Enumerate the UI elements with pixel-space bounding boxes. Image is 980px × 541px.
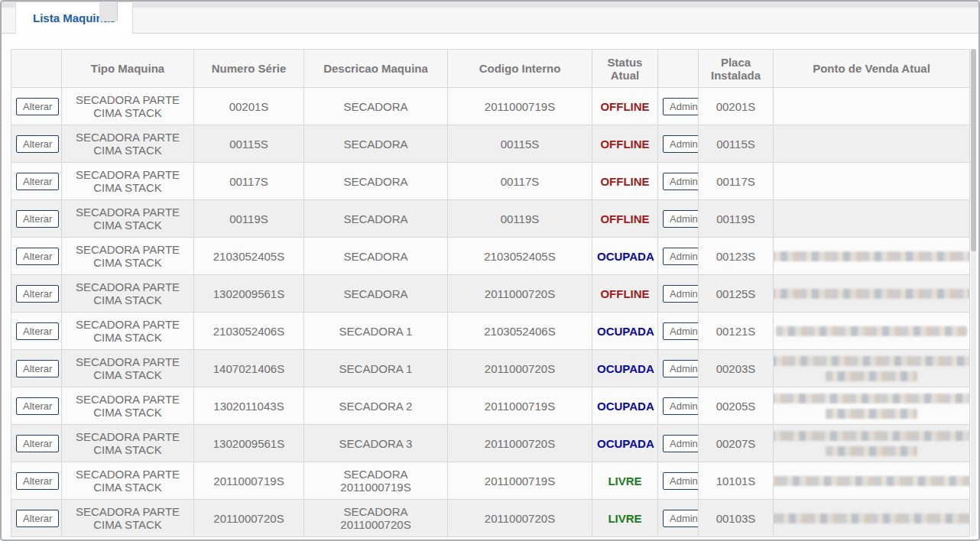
- cell-status-atual: OFFLINE: [592, 163, 658, 200]
- status-badge: OFFLINE: [600, 175, 649, 188]
- cell-codigo-interno: 00119S: [448, 200, 592, 238]
- table-row: AlterarSECADORA PARTE CIMA STACK00201SSE…: [11, 88, 970, 125]
- cell-numero-serie: 2011000720S: [194, 500, 304, 537]
- cell-numero-serie: 00201S: [194, 88, 304, 125]
- scrollbar-thumb[interactable]: [971, 49, 976, 251]
- redacted-text: [826, 446, 917, 456]
- alterar-button[interactable]: Alterar: [16, 173, 59, 190]
- admin-button[interactable]: Admin: [663, 210, 699, 228]
- machines-table: Tipo MaquinaNumero SérieDescricao Maquin…: [11, 49, 970, 537]
- cell-tipo-maquina: SECADORA PARTE CIMA STACK: [62, 387, 194, 425]
- cell-status-atual: LIVRE: [592, 500, 658, 537]
- alterar-button[interactable]: Alterar: [16, 472, 59, 490]
- cell-descricao-maquina: SECADORA 3: [304, 425, 448, 462]
- cell-tipo-maquina: SECADORA PARTE CIMA STACK: [62, 425, 194, 462]
- admin-button[interactable]: Admin: [663, 173, 699, 190]
- cell-tipo-maquina: SECADORA PARTE CIMA STACK: [62, 163, 194, 200]
- cell-placa-instalada: 00207S: [699, 425, 774, 462]
- cell-ponto-de-venda: [774, 350, 970, 387]
- cell-placa-instalada: 00123S: [699, 238, 774, 275]
- cell-descricao-maquina: SECADORA: [304, 88, 448, 125]
- admin-button[interactable]: Admin: [663, 360, 699, 377]
- cell-codigo-interno: 2011000720S: [448, 275, 592, 313]
- cell-ponto-de-venda: [774, 500, 970, 537]
- cell-placa-instalada: 00103S: [699, 500, 774, 537]
- cell-descricao-maquina: SECADORA: [304, 125, 448, 163]
- admin-button[interactable]: Admin: [663, 435, 699, 452]
- admin-button[interactable]: Admin: [663, 397, 699, 415]
- cell-numero-serie: 2011000719S: [194, 462, 304, 500]
- admin-button[interactable]: Admin: [663, 135, 699, 153]
- admin-button[interactable]: Admin: [663, 248, 699, 265]
- cell-ponto-de-venda: [774, 125, 970, 163]
- cell-placa-instalada: 00115S: [699, 125, 774, 163]
- redacted-text: [774, 431, 970, 441]
- alterar-button[interactable]: Alterar: [16, 510, 59, 527]
- status-badge: OCUPADA: [597, 362, 654, 375]
- cell-tipo-maquina: SECADORA PARTE CIMA STACK: [62, 275, 194, 313]
- table-row: AlterarSECADORA PARTE CIMA STACK20110007…: [11, 500, 970, 537]
- admin-button[interactable]: Admin: [663, 285, 699, 303]
- cell-numero-serie: 00119S: [194, 200, 304, 238]
- table-row: AlterarSECADORA PARTE CIMA STACK00117SSE…: [11, 163, 970, 200]
- status-badge: OFFLINE: [600, 287, 649, 300]
- cell-codigo-interno: 00115S: [448, 125, 592, 163]
- cell-status-atual: OCUPADA: [592, 425, 658, 462]
- alterar-button[interactable]: Alterar: [16, 397, 59, 415]
- cell-tipo-maquina: SECADORA PARTE CIMA STACK: [62, 238, 194, 275]
- cell-ponto-de-venda: [774, 88, 970, 125]
- cell-placa-instalada: 00121S: [699, 313, 774, 350]
- cell-descricao-maquina: SECADORA: [304, 163, 448, 200]
- cell-status-atual: LIVRE: [592, 462, 658, 500]
- admin-button[interactable]: Admin: [663, 510, 699, 527]
- table-row: AlterarSECADORA PARTE CIMA STACK21030524…: [11, 238, 970, 275]
- vertical-scrollbar[interactable]: [971, 49, 976, 536]
- table-row: AlterarSECADORA PARTE CIMA STACK00115SSE…: [11, 125, 970, 163]
- alterar-button[interactable]: Alterar: [16, 360, 59, 377]
- cell-descricao-maquina: SECADORA 1: [304, 313, 448, 350]
- alterar-button[interactable]: Alterar: [16, 210, 59, 228]
- app-window: Lista Maquinas Tipo MaquinaNumero SérieD…: [0, 0, 980, 541]
- cell-placa-instalada: 00125S: [699, 275, 774, 313]
- alterar-button[interactable]: Alterar: [16, 322, 59, 340]
- cell-ponto-de-venda: [774, 238, 970, 275]
- cell-placa-instalada: 00201S: [699, 88, 774, 125]
- admin-button[interactable]: Admin: [663, 472, 699, 490]
- alterar-button[interactable]: Alterar: [16, 285, 59, 303]
- cell-numero-serie: 2103052406S: [194, 313, 304, 350]
- column-header-placa: Placa Instalada: [699, 50, 774, 88]
- cell-descricao-maquina: SECADORA 2011000720S: [304, 500, 448, 537]
- table-row: AlterarSECADORA PARTE CIMA STACK13020110…: [11, 387, 970, 425]
- cell-ponto-de-venda: [774, 275, 970, 313]
- alterar-button[interactable]: Alterar: [16, 98, 59, 115]
- status-badge: OCUPADA: [597, 437, 654, 450]
- cell-codigo-interno: 00117S: [448, 163, 592, 200]
- cell-tipo-maquina: SECADORA PARTE CIMA STACK: [62, 500, 194, 537]
- cell-descricao-maquina: SECADORA 1: [304, 350, 448, 387]
- cell-descricao-maquina: SECADORA: [304, 275, 448, 313]
- redacted-text: [826, 409, 917, 419]
- cell-status-atual: OCUPADA: [592, 387, 658, 425]
- status-badge: LIVRE: [608, 512, 641, 525]
- alterar-button[interactable]: Alterar: [16, 135, 59, 153]
- cell-ponto-de-venda: [774, 200, 970, 238]
- tab-stub[interactable]: [99, 2, 118, 21]
- cell-status-atual: OCUPADA: [592, 313, 658, 350]
- cell-numero-serie: 2103052405S: [194, 238, 304, 275]
- cell-ponto-de-venda: [774, 163, 970, 200]
- alterar-button[interactable]: Alterar: [16, 435, 59, 452]
- content-area: Tipo MaquinaNumero SérieDescricao Maquin…: [2, 34, 978, 540]
- cell-numero-serie: 1302011043S: [194, 387, 304, 425]
- cell-ponto-de-venda: [774, 462, 970, 500]
- status-badge: OCUPADA: [597, 250, 654, 263]
- column-header-descricao: Descricao Maquina: [304, 50, 448, 88]
- alterar-button[interactable]: Alterar: [16, 248, 59, 265]
- column-header-status: Status Atual: [592, 50, 658, 88]
- cell-numero-serie: 1407021406S: [194, 350, 304, 387]
- cell-codigo-interno: 2011000719S: [448, 387, 592, 425]
- redacted-text: [774, 513, 970, 523]
- admin-button[interactable]: Admin: [663, 322, 699, 340]
- cell-numero-serie: 1302009561S: [194, 425, 304, 462]
- redacted-text: [774, 251, 970, 261]
- admin-button[interactable]: Admin: [663, 98, 699, 115]
